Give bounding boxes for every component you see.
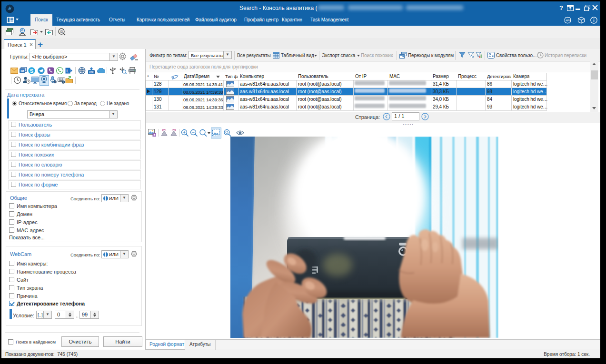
svg-text:API: API [566, 19, 569, 22]
svg-text:HTTP: HTTP [79, 70, 84, 72]
svg-text:S: S [30, 68, 33, 74]
svg-text:IM: IM [20, 69, 24, 73]
svg-text:FTP: FTP [89, 71, 94, 74]
svg-text:ID: ID [60, 30, 63, 33]
svg-text:L: L [66, 69, 69, 73]
